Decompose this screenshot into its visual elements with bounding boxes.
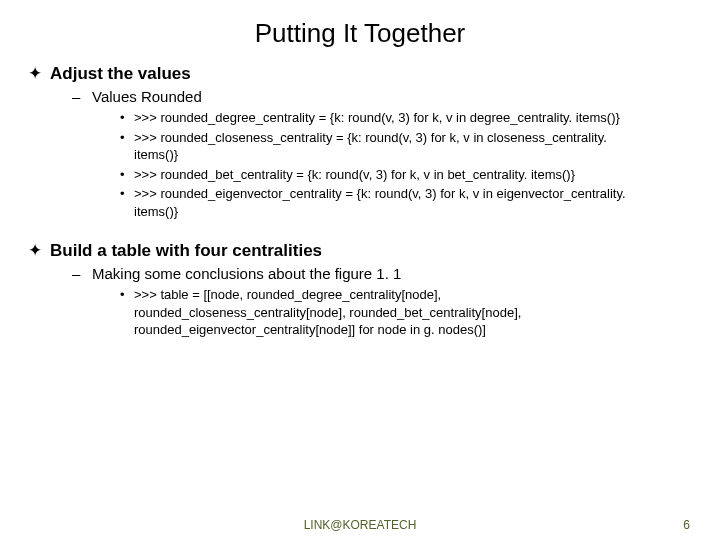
subheading-text: Making some conclusions about the figure… [92, 265, 401, 282]
code-line: • >>> rounded_degree_centrality = {k: ro… [120, 109, 692, 127]
dash-bullet-icon: – [72, 88, 92, 105]
dot-bullet-icon: • [120, 109, 134, 127]
dot-bullet-icon: • [120, 166, 134, 184]
code-text: >>> table = [[node, rounded_degree_centr… [134, 286, 654, 339]
code-text: >>> rounded_degree_centrality = {k: roun… [134, 109, 620, 127]
code-text: >>> rounded_bet_centrality = {k: round(v… [134, 166, 575, 184]
dot-bullet-icon: • [120, 185, 134, 203]
code-line: • >>> table = [[node, rounded_degree_cen… [120, 286, 692, 339]
code-text: >>> rounded_closeness_centrality = {k: r… [134, 129, 654, 164]
page-number: 6 [683, 518, 690, 532]
diamond-bullet-icon: ✦ [28, 63, 50, 84]
dash-bullet-icon: – [72, 265, 92, 282]
subheading: – Making some conclusions about the figu… [72, 265, 692, 282]
code-line: • >>> rounded_closeness_centrality = {k:… [120, 129, 692, 164]
dot-bullet-icon: • [120, 129, 134, 147]
section-heading: ✦ Adjust the values [28, 63, 692, 84]
code-line: • >>> rounded_bet_centrality = {k: round… [120, 166, 692, 184]
code-text: >>> rounded_eigenvector_centrality = {k:… [134, 185, 654, 220]
diamond-bullet-icon: ✦ [28, 240, 50, 261]
dot-bullet-icon: • [120, 286, 134, 304]
subheading: – Values Rounded [72, 88, 692, 105]
heading-text: Build a table with four centralities [50, 241, 322, 261]
slide: Putting It Together ✦ Adjust the values … [0, 0, 720, 540]
footer-org: LINK@KOREATECH [0, 518, 720, 532]
heading-text: Adjust the values [50, 64, 191, 84]
slide-title: Putting It Together [28, 18, 692, 49]
subheading-text: Values Rounded [92, 88, 202, 105]
section-heading: ✦ Build a table with four centralities [28, 240, 692, 261]
code-line: • >>> rounded_eigenvector_centrality = {… [120, 185, 692, 220]
